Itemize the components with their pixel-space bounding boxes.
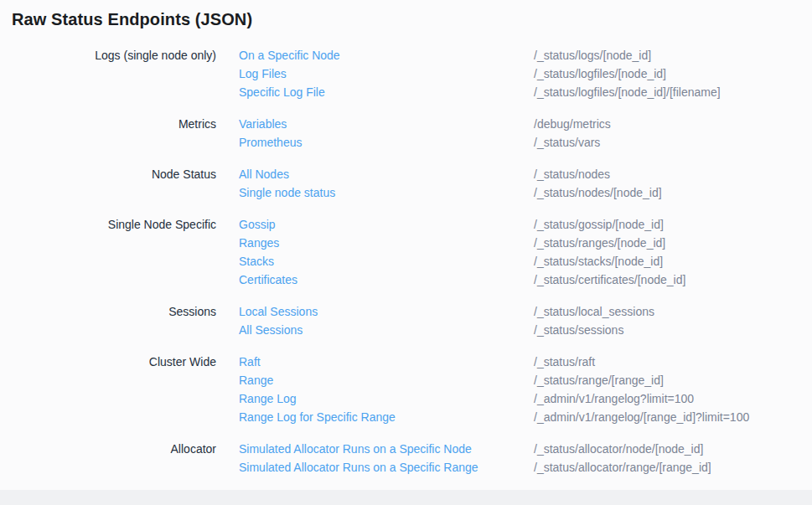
group-rows: Simulated Allocator Runs on a Specific N… bbox=[239, 440, 812, 477]
endpoint-path: /_status/nodes bbox=[534, 165, 610, 183]
group-category-label: Sessions bbox=[0, 302, 216, 339]
endpoint-row: Raft /_status/raft bbox=[239, 353, 812, 371]
group-rows: On a Specific Node /_status/logs/[node_i… bbox=[239, 46, 812, 101]
endpoint-row: Prometheus /_status/vars bbox=[239, 133, 812, 152]
endpoint-link[interactable]: Specific Log File bbox=[239, 83, 534, 101]
endpoint-link[interactable]: Stacks bbox=[239, 252, 534, 271]
endpoint-path: /_status/logs/[node_id] bbox=[534, 46, 651, 64]
endpoint-link[interactable]: Gossip bbox=[239, 215, 534, 234]
endpoint-row: Log Files /_status/logfiles/[node_id] bbox=[239, 64, 812, 83]
endpoint-row: Single node status /_status/nodes/[node_… bbox=[239, 183, 812, 202]
endpoint-link[interactable]: Log Files bbox=[239, 64, 534, 83]
endpoint-link[interactable]: On a Specific Node bbox=[239, 46, 534, 64]
endpoint-path: /_status/gossip/[node_id] bbox=[534, 215, 664, 234]
group-category-label: Single Node Specific bbox=[0, 215, 216, 289]
endpoint-group-cluster-wide: Cluster Wide Raft /_status/raft Range /_… bbox=[0, 353, 812, 426]
endpoint-path: /_status/certificates/[node_id] bbox=[534, 271, 685, 289]
endpoint-group-sessions: Sessions Local Sessions /_status/local_s… bbox=[0, 302, 812, 339]
endpoint-path: /_admin/v1/rangelog/[range_id]?limit=100 bbox=[534, 408, 749, 426]
endpoint-link[interactable]: All Nodes bbox=[239, 165, 534, 183]
endpoint-path: /_status/range/[range_id] bbox=[534, 371, 664, 389]
endpoint-path: /_status/vars bbox=[534, 133, 600, 152]
endpoint-group-allocator: Allocator Simulated Allocator Runs on a … bbox=[0, 440, 812, 477]
endpoint-path: /debug/metrics bbox=[534, 115, 611, 133]
endpoint-row: All Sessions /_status/sessions bbox=[239, 321, 812, 339]
group-rows: Gossip /_status/gossip/[node_id] Ranges … bbox=[239, 215, 812, 289]
endpoint-row: Ranges /_status/ranges/[node_id] bbox=[239, 234, 812, 252]
group-category-label: Node Status bbox=[0, 165, 216, 202]
group-rows: Local Sessions /_status/local_sessions A… bbox=[239, 302, 812, 339]
group-category-label: Logs (single node only) bbox=[0, 46, 216, 101]
endpoint-link[interactable]: Prometheus bbox=[239, 133, 534, 152]
group-rows: Raft /_status/raft Range /_status/range/… bbox=[239, 353, 812, 426]
endpoint-path: /_status/allocator/range/[range_id] bbox=[534, 458, 711, 477]
group-rows: Variables /debug/metrics Prometheus /_st… bbox=[239, 115, 812, 152]
endpoint-link[interactable]: Certificates bbox=[239, 271, 534, 289]
endpoint-link[interactable]: All Sessions bbox=[239, 321, 534, 339]
endpoint-row: Variables /debug/metrics bbox=[239, 115, 812, 133]
endpoint-row: On a Specific Node /_status/logs/[node_i… bbox=[239, 46, 812, 64]
endpoint-groups: Logs (single node only) On a Specific No… bbox=[0, 46, 812, 490]
endpoint-link[interactable]: Local Sessions bbox=[239, 302, 534, 321]
endpoint-path: /_admin/v1/rangelog?limit=100 bbox=[534, 389, 694, 408]
endpoint-path: /_status/logfiles/[node_id]/[filename] bbox=[534, 83, 721, 101]
endpoint-path: /_status/stacks/[node_id] bbox=[534, 252, 663, 271]
endpoint-link[interactable]: Single node status bbox=[239, 183, 534, 202]
endpoint-path: /_status/allocator/node/[node_id] bbox=[534, 440, 703, 458]
endpoint-row: Local Sessions /_status/local_sessions bbox=[239, 302, 812, 321]
endpoint-row: Stacks /_status/stacks/[node_id] bbox=[239, 252, 812, 271]
endpoint-row: Gossip /_status/gossip/[node_id] bbox=[239, 215, 812, 234]
endpoint-link[interactable]: Simulated Allocator Runs on a Specific R… bbox=[239, 458, 534, 477]
endpoint-link[interactable]: Range bbox=[239, 371, 534, 389]
endpoint-row: All Nodes /_status/nodes bbox=[239, 165, 812, 183]
endpoint-link[interactable]: Range Log bbox=[239, 389, 534, 408]
footer-strip bbox=[0, 490, 812, 505]
debug-endpoints-page: Raw Status Endpoints (JSON) Logs (single… bbox=[0, 0, 812, 505]
endpoint-path: /_status/sessions bbox=[534, 321, 623, 339]
endpoint-link[interactable]: Range Log for Specific Range bbox=[239, 408, 534, 426]
endpoint-row: Range Log for Specific Range /_admin/v1/… bbox=[239, 408, 812, 426]
endpoint-row: Range Log /_admin/v1/rangelog?limit=100 bbox=[239, 389, 812, 408]
page-title: Raw Status Endpoints (JSON) bbox=[12, 10, 252, 29]
endpoint-link[interactable]: Ranges bbox=[239, 234, 534, 252]
endpoint-path: /_status/logfiles/[node_id] bbox=[534, 64, 666, 83]
endpoint-row: Certificates /_status/certificates/[node… bbox=[239, 271, 812, 289]
group-category-label: Allocator bbox=[0, 440, 216, 477]
endpoint-group-single-node-specific: Single Node Specific Gossip /_status/gos… bbox=[0, 215, 812, 289]
endpoint-group-metrics: Metrics Variables /debug/metrics Prometh… bbox=[0, 115, 812, 152]
endpoint-group-node-status: Node Status All Nodes /_status/nodes Sin… bbox=[0, 165, 812, 202]
endpoint-row: Range /_status/range/[range_id] bbox=[239, 371, 812, 389]
endpoint-path: /_status/ranges/[node_id] bbox=[534, 234, 665, 252]
group-category-label: Metrics bbox=[0, 115, 216, 152]
endpoint-link[interactable]: Variables bbox=[239, 115, 534, 133]
endpoint-group-logs: Logs (single node only) On a Specific No… bbox=[0, 46, 812, 101]
endpoint-link[interactable]: Simulated Allocator Runs on a Specific N… bbox=[239, 440, 534, 458]
group-rows: All Nodes /_status/nodes Single node sta… bbox=[239, 165, 812, 202]
endpoint-row: Specific Log File /_status/logfiles/[nod… bbox=[239, 83, 812, 101]
group-category-label: Cluster Wide bbox=[0, 353, 216, 426]
endpoint-path: /_status/nodes/[node_id] bbox=[534, 183, 662, 202]
endpoint-link[interactable]: Raft bbox=[239, 353, 534, 371]
endpoint-path: /_status/raft bbox=[534, 353, 595, 371]
endpoint-path: /_status/local_sessions bbox=[534, 302, 654, 321]
endpoint-row: Simulated Allocator Runs on a Specific R… bbox=[239, 458, 812, 477]
endpoint-row: Simulated Allocator Runs on a Specific N… bbox=[239, 440, 812, 458]
